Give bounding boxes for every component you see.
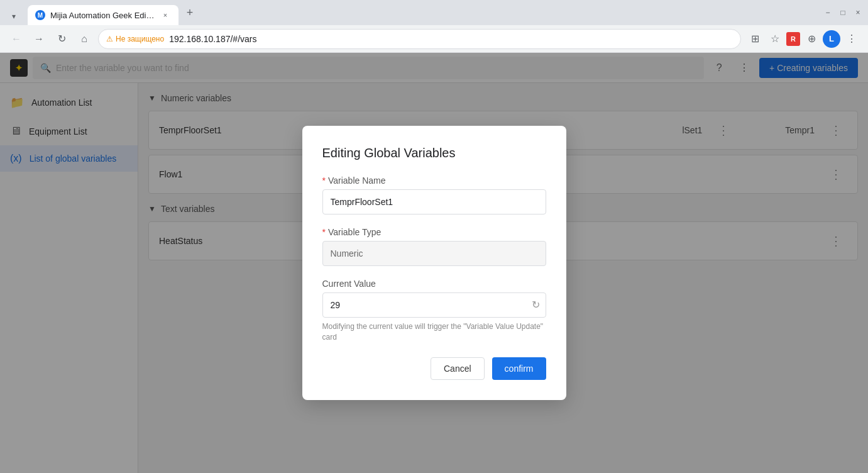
current-value-label-row: Current Value <box>322 279 546 289</box>
profile-btn[interactable]: L <box>823 30 840 48</box>
browser-toolbar: ← → ↻ ⌂ ⚠ Не защищено 192.168.10.187/#/v… <box>0 25 868 53</box>
home-btn[interactable]: ⌂ <box>75 30 93 48</box>
required-star-type: * <box>322 227 326 237</box>
ravenna-icon[interactable]: R <box>786 32 800 46</box>
maximize-btn[interactable]: □ <box>838 8 848 18</box>
modal-overlay: Editing Global Variables * Variable Name… <box>0 53 868 473</box>
current-value-input[interactable] <box>322 292 546 318</box>
tab-strip: ▾ M Mijia Automation Geek Edition × + <box>5 0 815 25</box>
cancel-button[interactable]: Cancel <box>431 357 485 380</box>
variable-type-label: Variable Type <box>328 227 381 237</box>
forward-btn[interactable]: → <box>30 30 48 48</box>
address-bar[interactable]: ⚠ Не защищено 192.168.10.187/#/vars <box>98 29 741 49</box>
new-tab-btn[interactable]: + <box>181 4 199 21</box>
confirm-button[interactable]: confirm <box>492 357 546 380</box>
app-container: ✦ 🔍 Enter the variable you want to find … <box>0 53 868 473</box>
bookmark-btn[interactable]: ☆ <box>766 30 784 48</box>
variable-name-label: Variable Name <box>328 175 386 186</box>
current-value-field: Current Value ↻ Modifying the current va… <box>322 279 546 343</box>
dropdown-tabs-btn[interactable]: ▾ <box>5 8 23 25</box>
variable-name-label-row: * Variable Name <box>322 175 546 186</box>
modal-title: Editing Global Variables <box>322 146 546 160</box>
modal-actions: Cancel confirm <box>322 357 546 380</box>
security-warning[interactable]: ⚠ Не защищено <box>106 35 164 43</box>
refresh-icon[interactable]: ↻ <box>532 299 540 311</box>
security-warning-text: Не защищено <box>116 35 164 43</box>
browser-menu-btn[interactable]: ⋮ <box>843 30 860 48</box>
variable-name-field: * Variable Name <box>322 175 546 214</box>
close-btn[interactable]: × <box>853 8 863 18</box>
reload-btn[interactable]: ↻ <box>53 30 70 48</box>
current-value-label: Current Value <box>322 279 376 289</box>
variable-type-field: * Variable Type <box>322 227 546 266</box>
variable-type-input <box>322 241 546 266</box>
required-star-name: * <box>322 175 326 186</box>
warning-icon: ⚠ <box>106 35 113 43</box>
back-btn[interactable]: ← <box>8 30 25 48</box>
variable-name-input[interactable] <box>322 189 546 214</box>
translate-btn[interactable]: ⊞ <box>746 30 764 48</box>
tab-title: Mijia Automation Geek Edition <box>50 11 155 20</box>
edit-global-variables-modal: Editing Global Variables * Variable Name… <box>302 126 566 401</box>
toolbar-actions: ⊞ ☆ R ⊕ L ⋮ <box>746 30 860 48</box>
current-value-input-wrapper: ↻ <box>322 292 546 318</box>
extensions-btn[interactable]: ⊕ <box>803 30 820 48</box>
url-text: 192.168.10.187/#/vars <box>169 34 256 44</box>
minimize-btn[interactable]: − <box>823 8 833 18</box>
variable-type-label-row: * Variable Type <box>322 227 546 237</box>
browser-tab-active[interactable]: M Mijia Automation Geek Edition × <box>28 5 179 25</box>
hint-text: Modifying the current value will trigger… <box>322 321 546 343</box>
window-controls: − □ × <box>823 8 863 18</box>
browser-titlebar: ▾ M Mijia Automation Geek Edition × + − … <box>0 0 868 25</box>
tab-close-btn[interactable]: × <box>160 9 171 21</box>
tab-favicon: M <box>35 10 45 20</box>
